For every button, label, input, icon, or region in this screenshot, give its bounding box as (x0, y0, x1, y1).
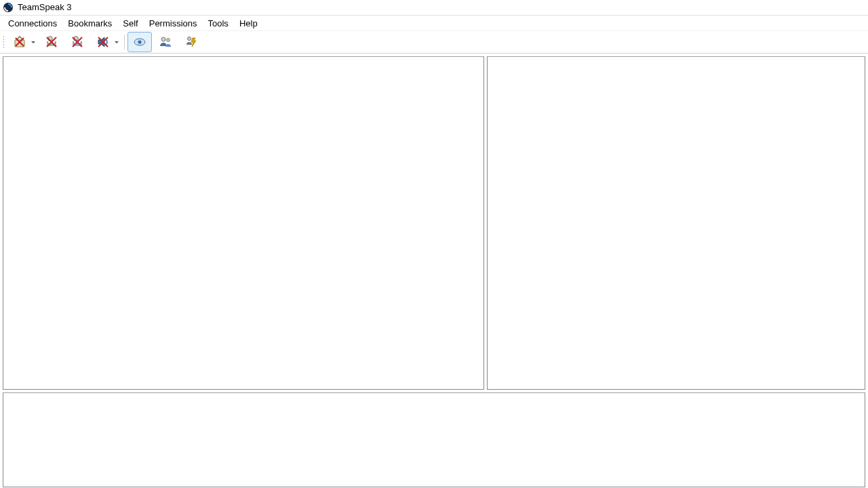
server-tree-pane[interactable] (3, 56, 484, 390)
menu-tools[interactable]: Tools (203, 17, 234, 30)
bolt-icon (184, 35, 198, 49)
toolbar (0, 31, 868, 54)
chat-pane[interactable] (3, 392, 865, 487)
mute-microphone-button[interactable] (39, 32, 64, 52)
contacts-icon (159, 35, 172, 49)
toggle-hotkeys-button[interactable] (179, 32, 203, 52)
eye-icon (133, 35, 146, 49)
speaker-mute-icon (71, 35, 84, 49)
mic-mute-icon (45, 35, 58, 49)
away-icon (13, 35, 26, 49)
mute-speakers-button[interactable] (65, 32, 90, 52)
menu-self[interactable]: Self (117, 17, 143, 30)
speaker-off-icon (96, 35, 110, 49)
menu-bar: Connections Bookmarks Self Permissions T… (0, 16, 868, 31)
toolbar-grip[interactable] (3, 35, 5, 49)
menu-permissions[interactable]: Permissions (144, 17, 203, 30)
workspace (0, 54, 868, 488)
subscribe-channels-button[interactable] (127, 32, 152, 52)
svg-point-15 (167, 39, 170, 42)
svg-point-16 (187, 37, 191, 40)
svg-point-13 (138, 40, 141, 43)
menu-help[interactable]: Help (234, 17, 263, 30)
local-mute-speaker-button[interactable] (91, 32, 121, 52)
menu-connections[interactable]: Connections (3, 17, 62, 30)
info-pane[interactable] (487, 56, 865, 390)
toggle-away-button[interactable] (7, 32, 38, 52)
toolbar-separator (124, 35, 125, 49)
contacts-button[interactable] (153, 32, 178, 52)
svg-point-14 (161, 37, 165, 41)
menu-bookmarks[interactable]: Bookmarks (62, 17, 117, 30)
app-title: TeamSpeak 3 (18, 0, 72, 15)
app-icon (3, 2, 14, 13)
top-panes (0, 54, 868, 392)
title-bar: TeamSpeak 3 (0, 0, 868, 16)
